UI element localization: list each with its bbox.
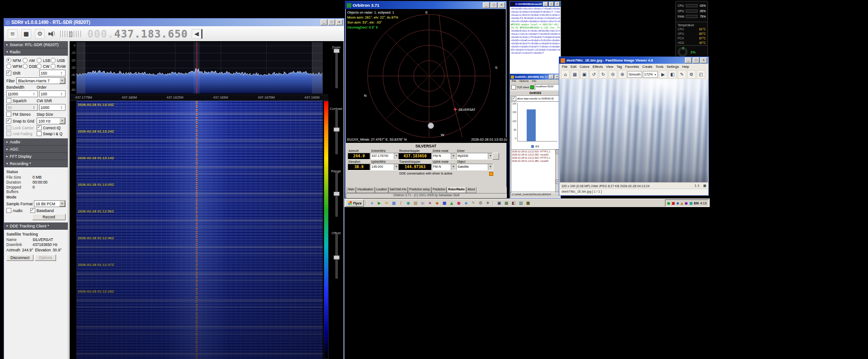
menu-colors[interactable]: Colors bbox=[580, 65, 590, 69]
maximize-button[interactable]: □ bbox=[328, 19, 335, 25]
quicklaunch-icon[interactable]: ▲ bbox=[448, 200, 455, 206]
sample-format-dropdown[interactable]: 16 Bit PCM▼ bbox=[34, 200, 66, 207]
order-input[interactable]: 100▲▼ bbox=[39, 90, 66, 97]
getkiss-titlebar[interactable]: GetKISS+ (DK3WN) Ver. 1.4.2 _ × bbox=[510, 74, 561, 80]
zoom-out-icon[interactable]: ⊖ bbox=[609, 70, 617, 79]
menu-file[interactable]: File bbox=[512, 80, 516, 84]
lock-carrier-checkbox[interactable] bbox=[6, 125, 11, 130]
contrast-slider-thumb[interactable] bbox=[334, 128, 340, 132]
squelch-input[interactable]: 50▲▼ bbox=[6, 104, 38, 111]
quicklaunch-icon[interactable]: ✉ bbox=[383, 200, 390, 206]
minimize-button[interactable]: _ bbox=[543, 2, 548, 6]
menu-help[interactable]: Help bbox=[682, 65, 689, 69]
dde-section-header[interactable]: ▾DDE Tracking Client * bbox=[4, 222, 68, 230]
tray-icon[interactable]: ● bbox=[684, 201, 688, 205]
tab-main[interactable]: Main bbox=[347, 187, 356, 193]
quicklaunch-icon[interactable]: ◉ bbox=[405, 200, 411, 206]
sdrsharp-titlebar[interactable]: SDR# v1.0.0.1490 - RTL-SDR (R820T) _ □ × bbox=[4, 19, 344, 26]
filter-dropdown[interactable]: Blackman-Harris 7▼ bbox=[16, 77, 66, 84]
tuning-line[interactable] bbox=[197, 42, 197, 94]
menu-options[interactable]: Options bbox=[519, 80, 529, 84]
radar-display[interactable]: E S W N SILVERSAT Objects on radar: 1, e… bbox=[346, 9, 506, 137]
home-icon[interactable]: ⌂ bbox=[561, 70, 570, 79]
spectrum-display[interactable] bbox=[76, 42, 323, 94]
quicklaunch-icon[interactable]: ▤ bbox=[412, 200, 419, 206]
swap-iq-checkbox[interactable] bbox=[37, 131, 42, 136]
quicklaunch-icon[interactable]: ▶ bbox=[376, 200, 382, 206]
uplink-mode-dropdown[interactable]: FM-N▼ bbox=[432, 164, 456, 170]
clock[interactable]: 4:13 bbox=[700, 201, 707, 205]
close-button[interactable]: × bbox=[700, 57, 707, 63]
agc-section-header[interactable]: ▸AGC bbox=[4, 146, 68, 153]
radio-section-header[interactable]: ▾Radio bbox=[4, 48, 68, 56]
snap-to-grid-checkbox[interactable] bbox=[6, 118, 11, 123]
quicklaunch-icon[interactable]: ☏ bbox=[419, 200, 426, 206]
close-button[interactable]: × bbox=[498, 2, 505, 8]
taskbar-app-icon[interactable]: ▦ bbox=[503, 200, 509, 206]
shift-input[interactable]: 150▲▼ bbox=[39, 70, 66, 76]
driver-dropdown[interactable]: MyDDE▼ bbox=[456, 153, 493, 160]
volume-slider-thumb[interactable] bbox=[69, 32, 72, 37]
packet-log[interactable]: 2026-02-28 01:12:22.620: HTTP/1.1 2026-0… bbox=[511, 149, 560, 193]
contrast-slider[interactable] bbox=[335, 109, 338, 154]
waterfall-display[interactable]: 2026-02-28 01:13:33Z 2026-02-28 01:13:24… bbox=[76, 101, 323, 359]
mode-raw[interactable]: RAW bbox=[51, 64, 63, 69]
menu-info[interactable]: Info bbox=[532, 80, 536, 84]
rotate-left-icon[interactable]: ↺ bbox=[590, 70, 598, 79]
fullscreen-icon[interactable]: ◰ bbox=[697, 70, 705, 79]
driver-refresh-button[interactable] bbox=[492, 153, 499, 160]
taskbar-app-icon[interactable]: ◧ bbox=[510, 200, 517, 206]
quicklaunch-icon[interactable]: ◆ bbox=[434, 200, 440, 206]
browse-icon[interactable]: ▦ bbox=[571, 70, 579, 79]
menu-file[interactable]: File bbox=[562, 65, 567, 69]
mode-dsb[interactable]: DSB bbox=[23, 64, 35, 69]
shift-checkbox[interactable] bbox=[6, 71, 11, 76]
quicklaunch-icon[interactable]: ★ bbox=[426, 200, 433, 206]
squelch-checkbox[interactable] bbox=[6, 98, 11, 103]
zoom-slider-thumb[interactable] bbox=[334, 49, 340, 53]
mode-wfm[interactable]: WFM bbox=[6, 64, 21, 69]
maximize-button[interactable]: □ bbox=[491, 2, 497, 8]
taskbar-app-icon[interactable]: ■ bbox=[524, 200, 531, 206]
zoom-slider[interactable] bbox=[335, 47, 338, 88]
compare-icon[interactable]: ◧ bbox=[668, 70, 677, 79]
taskbar-app-icon[interactable]: ▣ bbox=[495, 200, 502, 206]
save-icon[interactable]: ▣ bbox=[580, 70, 589, 79]
settings-gear-icon[interactable]: ⚙ bbox=[687, 70, 696, 79]
anti-fading-checkbox[interactable] bbox=[6, 131, 11, 136]
audio-section-header[interactable]: ▸Audio bbox=[4, 138, 68, 146]
object-dropdown[interactable]: Satellite▼ bbox=[456, 164, 493, 170]
draw-icon[interactable]: ✎ bbox=[678, 70, 686, 79]
faststone-titlebar[interactable]: deeb796c_1E.bin.jpg - FastStone Image Vi… bbox=[559, 57, 708, 64]
dnlink-mode-dropdown[interactable]: FM-N▼ bbox=[432, 153, 456, 160]
satellite-marker[interactable] bbox=[453, 108, 457, 111]
minimize-button[interactable]: _ bbox=[549, 75, 554, 79]
rotate-right-icon[interactable]: ↻ bbox=[599, 70, 608, 79]
norad-transfer-checkbox[interactable] bbox=[512, 96, 516, 101]
dnlink-freq-dropdown[interactable]: 437.175700▼ bbox=[370, 153, 399, 160]
minimize-button[interactable]: _ bbox=[685, 57, 692, 63]
frequency-display[interactable]: 000.437.183.650 bbox=[87, 28, 188, 40]
uplink-freq-dropdown[interactable]: 145.000▼ bbox=[370, 164, 399, 170]
menu-tools[interactable]: Tools bbox=[656, 65, 664, 69]
fft-display-section-header[interactable]: ▸FFT Display bbox=[4, 153, 68, 160]
direwolf-titlebar[interactable]: C:\HAM\SM\direwolf181\direwolf.exe _ □ × bbox=[510, 1, 561, 7]
snap-to-center-icon[interactable]: ◀ bbox=[192, 29, 203, 39]
recording-section-header[interactable]: ▾Recording * bbox=[4, 160, 68, 167]
quicklaunch-icon[interactable]: e bbox=[368, 200, 375, 206]
tray-icon[interactable]: ▲ bbox=[680, 201, 683, 205]
quicklaunch-icon[interactable]: ⚙ bbox=[477, 200, 484, 206]
menu-view[interactable]: View bbox=[606, 65, 613, 69]
slideshow-icon[interactable]: ▶ bbox=[659, 70, 667, 79]
close-button[interactable]: × bbox=[336, 19, 343, 25]
orbitron-titlebar[interactable]: Orbitron 3.71 _ □ × bbox=[345, 1, 506, 9]
menu-create[interactable]: Create bbox=[642, 65, 653, 69]
quicklaunch-icon[interactable]: ■ bbox=[441, 200, 448, 206]
mode-cw[interactable]: CW bbox=[37, 64, 49, 69]
source-section-header[interactable]: ▸Source: RTL-SDR (R820T) bbox=[4, 41, 68, 48]
record-baseband-checkbox[interactable] bbox=[30, 208, 35, 213]
minimize-button[interactable]: _ bbox=[483, 2, 490, 8]
tab-location[interactable]: Location bbox=[375, 187, 388, 193]
options-button[interactable]: Options bbox=[35, 255, 56, 261]
minimize-button[interactable]: _ bbox=[321, 19, 327, 25]
